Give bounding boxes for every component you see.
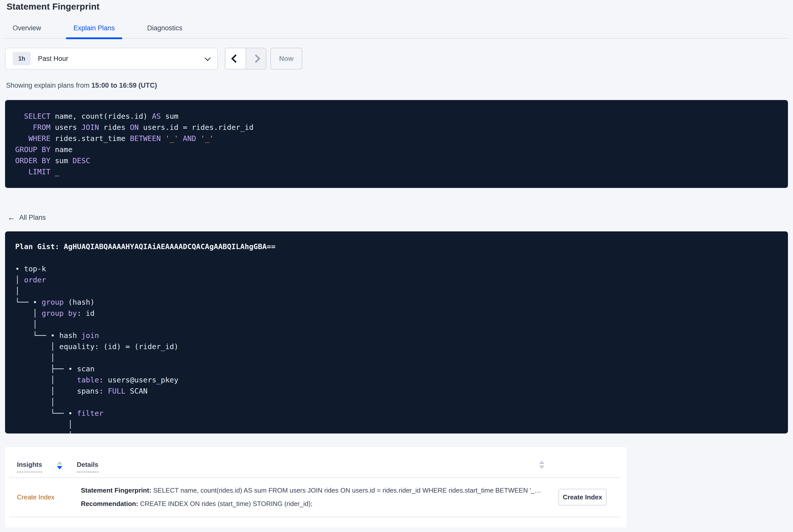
- time-picker-row: 1h Past Hour Now: [5, 48, 788, 70]
- chevron-left-icon: [231, 54, 240, 63]
- time-range-dropdown[interactable]: 1h Past Hour: [5, 48, 218, 70]
- time-range-selected: Past Hour: [38, 55, 68, 63]
- insights-table-header: Insights Details: [5, 461, 627, 472]
- details-cell: Statement Fingerprint: SELECT name, coun…: [76, 487, 551, 508]
- row-divider: [9, 517, 621, 517]
- recommendation-label: Recommendation:: [81, 500, 138, 508]
- chevron-down-icon: [204, 55, 210, 61]
- back-arrow-icon: ←: [7, 213, 15, 222]
- sort-details-icon[interactable]: [539, 461, 545, 469]
- showing-range-prefix: Showing explain plans from: [6, 81, 92, 89]
- page-title: Statement Fingerprint: [5, 0, 788, 12]
- sql-fingerprint-box: SELECT name, count(rides.id) AS sum FROM…: [5, 100, 788, 188]
- tab-bar: Overview Explain Plans Diagnostics: [5, 24, 788, 39]
- prev-time-button[interactable]: [225, 48, 246, 69]
- tab-explain-plans[interactable]: Explain Plans: [74, 24, 115, 38]
- table-row: Create Index Statement Fingerprint: SELE…: [5, 478, 627, 508]
- time-nav-group: [225, 48, 266, 70]
- tab-overview[interactable]: Overview: [13, 24, 41, 38]
- recommendation-line: Recommendation: CREATE INDEX ON rides (s…: [81, 500, 551, 508]
- insights-table-card: Insights Details Create Index Statement …: [5, 447, 627, 528]
- page: Statement Fingerprint Overview Explain P…: [0, 0, 793, 528]
- next-time-button[interactable]: [246, 48, 266, 69]
- column-header-insights[interactable]: Insights: [17, 461, 42, 472]
- all-plans-label: All Plans: [19, 214, 46, 222]
- insight-type-link[interactable]: Create Index: [17, 493, 55, 501]
- time-range-badge: 1h: [13, 52, 31, 65]
- sort-insights-icon[interactable]: [57, 461, 62, 469]
- action-cell: Create Index: [551, 489, 627, 506]
- create-index-button[interactable]: Create Index: [559, 489, 606, 506]
- statement-fingerprint-text: SELECT name, count(rides.id) AS sum FROM…: [151, 487, 541, 494]
- all-plans-link[interactable]: ← All Plans: [5, 213, 46, 222]
- statement-fingerprint-label: Statement Fingerprint:: [81, 487, 151, 494]
- recommendation-text: CREATE INDEX ON rides (start_time) STORI…: [138, 500, 313, 508]
- statement-fingerprint-line: Statement Fingerprint: SELECT name, coun…: [81, 487, 551, 494]
- tab-diagnostics[interactable]: Diagnostics: [147, 24, 183, 38]
- sort-asc-icon: [539, 461, 545, 464]
- showing-range-text: Showing explain plans from 15:00 to 16:5…: [5, 81, 788, 90]
- now-button[interactable]: Now: [270, 48, 302, 70]
- chevron-right-icon: [252, 54, 260, 63]
- sort-asc-icon: [57, 461, 62, 464]
- sort-desc-icon: [57, 466, 62, 469]
- sort-desc-icon: [539, 466, 545, 469]
- showing-range-bold: 15:00 to 16:59 (UTC): [92, 81, 157, 89]
- column-header-details[interactable]: Details: [77, 461, 98, 472]
- insight-cell: Create Index: [17, 493, 76, 501]
- plan-gist-box: Plan Gist: AgHUAQIABQAAAAHYAQIAiAEAAAADC…: [5, 231, 788, 434]
